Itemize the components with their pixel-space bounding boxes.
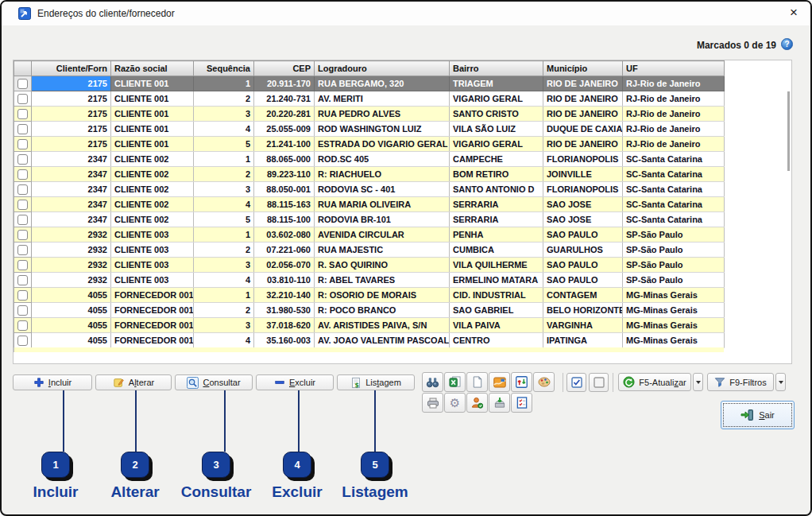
f5-atualizar-button[interactable]: F5-Atualizar [618,373,691,391]
binoculars-button[interactable] [422,372,443,392]
row-checkbox[interactable] [14,318,32,333]
row-checkbox[interactable] [14,167,32,182]
checkbox-icon [17,94,28,104]
f9-filtros-button[interactable]: F9-Filtros [707,373,774,391]
row-checkbox[interactable] [14,91,32,107]
cell: CLIENTE 001 [111,76,194,91]
cell: CLIENTE 001 [111,137,194,152]
cell: IPATINGA [543,333,623,348]
row-checkbox[interactable] [14,122,32,137]
listagem-button[interactable]: $ Listagem [337,374,415,390]
cell: CLIENTE 003 [111,242,194,258]
cell: ROD.SC 405 [315,152,450,167]
checkbox-icon [17,305,28,316]
incluir-button[interactable]: Incluir [13,374,92,390]
archive-download-button[interactable] [489,393,510,413]
table-row[interactable]: 2347CLIENTE 002388.050-001RODOVIA SC - 4… [14,182,725,197]
row-checkbox[interactable] [14,152,32,167]
cell: 5 [194,137,254,152]
cell: AV. MERITI [315,91,450,107]
table-row[interactable]: 2347CLIENTE 002289.223-110R: RIACHUELOBO… [14,167,725,182]
palette-button[interactable] [533,372,555,392]
checkbox-icon [17,200,28,210]
import-export-button[interactable] [511,372,532,392]
row-checkbox[interactable] [14,242,32,258]
cell: CAMPECHE [450,152,543,167]
row-checkbox[interactable] [14,76,32,91]
row-checkbox[interactable] [14,137,32,152]
uncheck-all-button[interactable] [589,373,609,392]
row-checkbox[interactable] [14,107,32,122]
col-cliente-forn[interactable]: Cliente/Forn [32,61,111,76]
table-row[interactable]: 2175CLIENTE 001521.241-100ESTRADA DO VIG… [14,137,725,152]
col-municipio[interactable]: Município [543,61,623,76]
table-row[interactable]: 4055FORNECEDOR 001132.210-140R: OSORIO D… [14,288,725,303]
cell: 2347 [32,197,111,212]
cell: 21.241-100 [254,137,315,152]
table-row[interactable]: 4055FORNECEDOR 001435.160-003AV. JOAO VA… [14,333,725,348]
row-checkbox[interactable] [14,303,32,318]
row-checkbox[interactable] [14,182,32,197]
cell: R: ABEL TAVARES [315,273,450,288]
table-row[interactable]: 2932CLIENTE 003103.602-080AVENIDA CIRCUL… [14,227,725,242]
alterar-button[interactable]: Alterar [95,374,172,390]
col-razao-social[interactable]: Razão social [111,61,194,76]
excel-export-button[interactable] [444,372,466,392]
row-checkbox[interactable] [14,258,32,273]
col-uf[interactable]: UF [623,61,725,76]
table-row[interactable]: 2932CLIENTE 003207.221-060RUA MAJESTICCU… [14,242,725,258]
vertical-scrollbar[interactable] [787,91,790,171]
printer-button[interactable] [422,393,443,413]
close-icon[interactable]: × [790,6,798,20]
cell: BELO HORIZONTE [543,303,623,318]
map-button[interactable] [489,372,510,392]
document-button[interactable] [466,372,488,392]
checklist-icon [516,397,528,409]
col-logradouro[interactable]: Logradouro [315,61,450,76]
row-checkbox[interactable] [14,288,32,303]
f9-dropdown[interactable] [775,373,786,391]
row-checkbox[interactable] [14,212,32,227]
check-all-button[interactable] [566,373,586,392]
annotation-line-4 [298,390,300,452]
table-row[interactable]: 2347CLIENTE 002188.065-000ROD.SC 405CAMP… [14,152,725,167]
col-cep[interactable]: CEP [254,61,315,76]
cell: VARGINHA [543,318,623,333]
cell: 20.911-170 [254,76,315,91]
table-row[interactable]: 2347CLIENTE 002588.115-100RODOVIA BR-101… [14,212,725,227]
excluir-button[interactable]: Excluir [256,374,334,390]
table-row[interactable]: 2175CLIENTE 001320.220-281RUA PEDRO ALVE… [14,107,725,122]
svg-text:$: $ [355,381,359,388]
table-row[interactable]: 2347CLIENTE 002488.115-163RUA MARIA OLIV… [14,197,725,212]
row-checkbox[interactable] [14,197,32,212]
row-checkbox[interactable] [14,227,32,242]
table-row[interactable]: 4055FORNECEDOR 001337.018-620AV. ARISTID… [14,318,725,333]
table-row[interactable]: 2175CLIENTE 001120.911-170RUA BERGAMO, 3… [14,76,725,91]
table-row[interactable]: 2175CLIENTE 001425.055-009ROD WASHINGTON… [14,122,725,137]
cell: RIO DE JANEIRO [543,107,623,122]
annotation-label-listagem: Listagem [342,483,408,501]
archive-download-icon [493,397,506,409]
f5-dropdown[interactable] [693,373,703,391]
cell: ERMELINO MATARA [450,273,543,288]
window-title: Endereços do cliente/fornecedor [37,8,175,19]
cell: 2 [194,167,254,182]
col-bairro[interactable]: Bairro [450,61,543,76]
row-checkbox[interactable] [14,273,32,288]
cell: 88.115-100 [254,212,315,227]
cell: SP-São Paulo [623,242,725,258]
consultar-button[interactable]: Consultar [175,374,253,390]
table-row[interactable]: 4055FORNECEDOR 001231.980-530R: POCO BRA… [14,303,725,318]
col-sequencia[interactable]: Sequência [194,61,254,76]
sair-button[interactable]: Sair [721,401,795,429]
help-icon[interactable]: ? [781,38,793,50]
cell: 4 [194,197,254,212]
checklist-button[interactable] [511,393,532,413]
hand-note-icon [113,377,125,388]
settings-button[interactable]: ⚙ [444,393,466,413]
row-checkbox[interactable] [14,333,32,348]
user-check-button[interactable] [466,393,488,413]
table-row[interactable]: 2175CLIENTE 001221.240-731AV. MERITIVIGA… [14,91,725,107]
table-row[interactable]: 2932CLIENTE 003302.056-070R. SAO QUIRINO… [14,258,725,273]
table-row[interactable]: 2932CLIENTE 003403.810-110R: ABEL TAVARE… [14,273,725,288]
